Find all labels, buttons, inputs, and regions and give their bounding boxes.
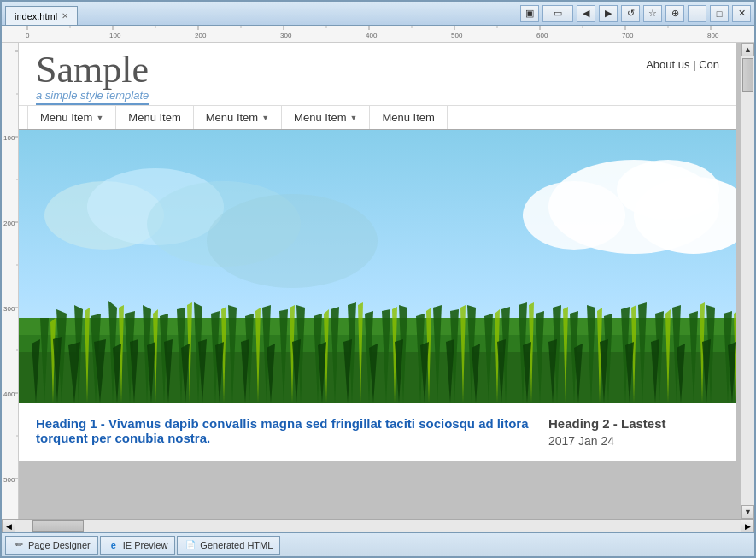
window-squares-icon[interactable]: ▣: [520, 5, 539, 22]
generated-html-label: Generated HTML: [200, 540, 273, 550]
nav-item-4[interactable]: Menu Item ▼: [282, 106, 370, 129]
forward-icon[interactable]: ▶: [599, 5, 618, 22]
heading1: Heading 1 - Vivamus dapib convallis magn…: [36, 416, 531, 445]
tab-area: index.html ✕: [5, 2, 78, 25]
file-tab[interactable]: index.html ✕: [5, 6, 78, 25]
con-link[interactable]: Con: [699, 58, 719, 71]
back-icon[interactable]: ◀: [577, 5, 595, 22]
svg-point-51: [207, 194, 378, 288]
ie-preview-tab[interactable]: e IE Preview: [100, 536, 176, 555]
svg-text:400: 400: [366, 32, 378, 39]
main-area: 100 200 300 400 500: [2, 43, 754, 519]
site-preview: Sample a simple style template About us …: [19, 43, 736, 461]
nav-item-2-label: Menu Item: [128, 111, 180, 124]
svg-text:200: 200: [3, 220, 15, 227]
left-ruler-svg: 100 200 300 400 500: [2, 43, 19, 519]
window-frame: index.html ✕ ▣ ▭ ◀ ▶ ↺ ☆ ⊕ – □ ✕ 0: [0, 0, 756, 558]
nav-item-5-label: Menu Item: [382, 111, 434, 124]
page-designer-label: Page Designer: [28, 540, 91, 550]
nav-item-5[interactable]: Menu Item: [370, 106, 447, 129]
hero-svg: [19, 130, 736, 403]
svg-text:100: 100: [3, 134, 15, 142]
ie-preview-label: IE Preview: [123, 540, 168, 550]
generated-html-tab[interactable]: 📄 Generated HTML: [177, 536, 280, 555]
tab-label: index.html: [15, 11, 57, 21]
site-subtitle: a simple style template: [36, 89, 149, 105]
site-nav: Menu Item ▼ Menu Item Menu Item ▼ Menu I…: [19, 105, 736, 130]
nav-dropdown-icon-4: ▼: [350, 114, 358, 122]
svg-text:800: 800: [707, 32, 719, 39]
nav-item-1-label: Menu Item: [40, 111, 92, 124]
content-right: Heading 2 - Lastest 2017 Jan 24: [548, 416, 719, 448]
svg-text:0: 0: [26, 32, 30, 39]
site-header: Sample a simple style template About us …: [19, 43, 736, 105]
content-scroll[interactable]: Sample a simple style template About us …: [19, 43, 741, 519]
bottom-scrollbar[interactable]: ◀ ▶: [2, 519, 754, 532]
ruler-canvas: 0 100 200 300 400 500: [2, 26, 754, 42]
site-nav-links[interactable]: About us | Con: [646, 51, 719, 71]
svg-text:700: 700: [622, 32, 634, 39]
content-left: Heading 1 - Vivamus dapib convallis magn…: [36, 416, 531, 448]
code-icon: 📄: [185, 539, 196, 551]
hscroll-track[interactable]: [15, 520, 741, 532]
nav-item-3-label: Menu Item: [206, 111, 258, 124]
title-bar: index.html ✕ ▣ ▭ ◀ ▶ ↺ ☆ ⊕ – □ ✕: [2, 2, 754, 26]
page-designer-tab[interactable]: ✏ Page Designer: [5, 536, 98, 555]
scroll-up-btn[interactable]: ▲: [741, 43, 754, 56]
minimize-btn[interactable]: –: [688, 5, 706, 22]
svg-text:600: 600: [536, 32, 548, 39]
svg-text:200: 200: [195, 32, 207, 39]
content-inner: Sample a simple style template About us …: [19, 43, 736, 461]
hero-image: [19, 130, 736, 403]
ie-icon: e: [108, 539, 120, 551]
top-ruler: 0 100 200 300 400 500: [2, 26, 754, 43]
svg-text:300: 300: [3, 305, 15, 313]
left-ruler: 100 200 300 400 500: [2, 43, 19, 519]
scroll-track[interactable]: [741, 56, 754, 505]
svg-text:400: 400: [3, 391, 15, 398]
nav-item-4-label: Menu Item: [294, 111, 346, 124]
svg-text:300: 300: [280, 32, 292, 39]
svg-point-46: [523, 181, 625, 250]
about-link[interactable]: About us: [646, 58, 689, 71]
nav-dropdown-icon-3: ▼: [261, 114, 269, 122]
tab-close-btn[interactable]: ✕: [62, 11, 68, 21]
nav-dropdown-icon-1: ▼: [96, 114, 103, 122]
ruler-svg: 0 100 200 300 400 500: [2, 26, 745, 43]
svg-text:100: 100: [109, 32, 121, 39]
nav-item-3[interactable]: Menu Item ▼: [194, 106, 282, 129]
refresh-icon[interactable]: ↺: [621, 5, 640, 22]
hscroll-thumb[interactable]: [32, 520, 84, 532]
star-icon[interactable]: ☆: [643, 5, 662, 22]
scroll-down-btn[interactable]: ▼: [741, 505, 754, 519]
pencil-icon: ✏: [13, 539, 25, 551]
scroll-thumb[interactable]: [742, 58, 753, 92]
nav-item-1[interactable]: Menu Item ▼: [27, 106, 116, 129]
site-title: Sample: [36, 51, 149, 89]
maximize-btn[interactable]: □: [710, 5, 729, 22]
status-bar: ✏ Page Designer e IE Preview 📄 Generated…: [2, 532, 754, 556]
nav-item-2[interactable]: Menu Item: [116, 106, 193, 129]
date-text: 2017 Jan 24: [548, 434, 719, 448]
svg-text:500: 500: [451, 32, 463, 39]
add-icon[interactable]: ⊕: [665, 5, 684, 22]
site-logo-area: Sample a simple style template: [36, 51, 149, 105]
svg-text:500: 500: [3, 476, 15, 484]
window-tablet-icon[interactable]: ▭: [542, 5, 573, 22]
svg-point-47: [617, 160, 719, 220]
title-bar-controls: ▣ ▭ ◀ ▶ ↺ ☆ ⊕ – □ ✕: [520, 5, 751, 22]
heading2: Heading 2 - Lastest: [548, 416, 719, 431]
right-scrollbar[interactable]: ▲ ▼: [741, 43, 754, 519]
hscroll-left-btn[interactable]: ◀: [2, 520, 15, 532]
close-btn[interactable]: ✕: [732, 5, 751, 22]
hscroll-right-btn[interactable]: ▶: [741, 520, 754, 532]
content-below: Heading 1 - Vivamus dapib convallis magn…: [19, 403, 736, 461]
